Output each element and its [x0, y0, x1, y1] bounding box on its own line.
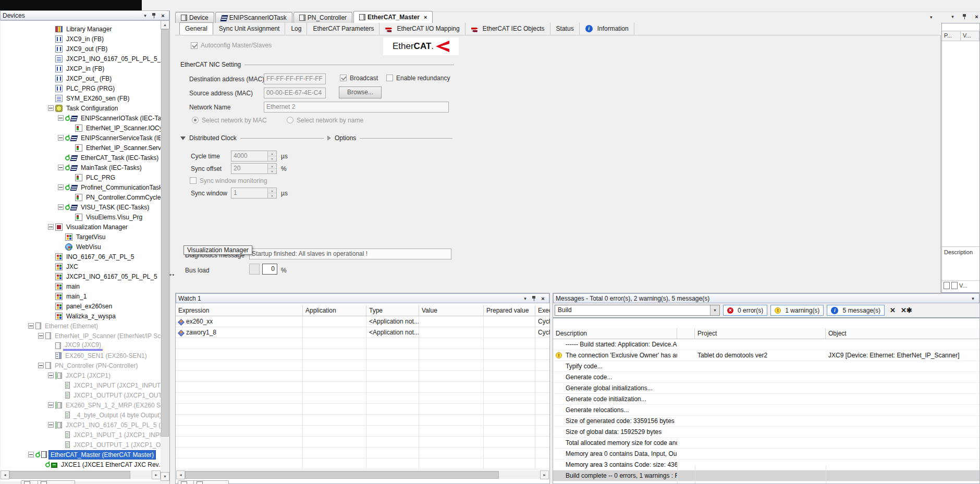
tree-item[interactable]: Walizka_z_wyspa: [48, 311, 117, 321]
watch-column-header[interactable]: Type: [366, 305, 419, 316]
tree-expander-icon[interactable]: [48, 422, 54, 428]
tree-item[interactable]: JXCP1_INO_6167_05_PL_PL_5_sym_ste: [48, 54, 161, 64]
bottom-tab-label[interactable]: V...: [959, 282, 967, 289]
devices-dropdown-icon[interactable]: ▾: [141, 12, 149, 19]
panel-splitter[interactable]: [170, 10, 175, 484]
message-row[interactable]: Generate code...: [553, 372, 979, 383]
tree-item[interactable]: WebVisu: [58, 242, 103, 252]
tree-expander-icon[interactable]: [58, 115, 64, 121]
clear-messages-icon[interactable]: ✕: [890, 306, 896, 314]
message-row[interactable]: Typify code...: [553, 361, 979, 372]
right-panel-pin-icon[interactable]: [961, 13, 969, 20]
doc-tab-ethercat_master[interactable]: EtherCAT_Master×: [353, 11, 433, 23]
tree-item[interactable]: PLC_PRG (PRG): [48, 83, 116, 93]
doc-icon[interactable]: [951, 282, 958, 289]
tree-item[interactable]: Task Configuration: [48, 103, 119, 113]
tree-expander-icon[interactable]: [58, 204, 64, 210]
tree-expander-icon[interactable]: [28, 323, 34, 329]
message-row[interactable]: ------ Build started: Application: Devic…: [553, 339, 979, 350]
watch-row[interactable]: [176, 437, 549, 448]
scroll-left-icon[interactable]: ◄: [1, 470, 9, 479]
message-row[interactable]: Generate global initializations...: [553, 383, 979, 394]
tree-item[interactable]: JXCP1_OUTPUT_1 (JXCP1_OUTPUT: [58, 440, 161, 450]
watch-view-tab-stub[interactable]: [193, 480, 229, 484]
tree-item[interactable]: ENIPScannerIOTask (IEC-Tasks): [58, 113, 161, 123]
tree-item[interactable]: JXC9 (JXC9): [48, 341, 103, 351]
watch-row[interactable]: ex260_xx<Application not...Cyclic: [176, 316, 549, 327]
messages-column-header[interactable]: Description: [553, 328, 677, 339]
tree-expander-icon[interactable]: [48, 402, 54, 408]
tree-item[interactable]: MainTask (IEC-Tasks): [58, 163, 143, 172]
tree-item[interactable]: JXC9_out (FB): [48, 44, 109, 54]
scroll-down-icon[interactable]: ▼: [161, 472, 169, 481]
tree-item[interactable]: JXCP1_INO_6167_05_PL_PL_5: [48, 271, 159, 281]
sync-window-monitoring-checkbox[interactable]: [190, 177, 197, 184]
tree-item[interactable]: INO_6167_06_AT_PL_5: [48, 252, 136, 262]
scroll-right-icon[interactable]: ►: [540, 470, 549, 479]
messages-column-header[interactable]: Object: [826, 328, 980, 339]
sub-tab-general[interactable]: General: [179, 22, 213, 35]
devices-close-icon[interactable]: ×: [159, 12, 167, 19]
tree-expander-icon[interactable]: [28, 452, 34, 457]
tab-close-icon[interactable]: ×: [424, 14, 427, 20]
watch-horizontal-scrollbar[interactable]: ◄ ►: [176, 470, 549, 479]
tree-item[interactable]: EtherNet_IP_Scanner.IOCycle: [68, 123, 161, 133]
distributed-clock-header[interactable]: Distributed Clock: [180, 134, 324, 142]
doc-tab-device[interactable]: Device: [175, 12, 214, 23]
sub-tab-ethercat-iec-objects[interactable]: EtherCAT IEC Objects: [466, 22, 550, 35]
tree-item[interactable]: JXCP_out_ (FB): [48, 73, 113, 83]
tree-item[interactable]: EtherCAT_Task (IEC-Tasks): [58, 153, 160, 163]
tree-item[interactable]: PN_Controller.CommCycle: [68, 192, 161, 202]
watch-row[interactable]: [176, 338, 549, 349]
tree-expander-icon[interactable]: [48, 224, 54, 230]
doc-tab-pn_controller[interactable]: PN_Controller: [293, 12, 352, 23]
combo-dropdown-icon[interactable]: ▼: [710, 305, 719, 315]
scroll-thumb[interactable]: [161, 29, 169, 437]
sub-tab-status[interactable]: Status: [550, 22, 580, 35]
clear-all-messages-icon[interactable]: ✕✱: [901, 306, 912, 314]
message-row[interactable]: Size of generated code: 3359156 bytes: [553, 416, 979, 427]
tree-item[interactable]: _4_byte_Output (4 byte Output): [58, 410, 161, 420]
scroll-thumb[interactable]: [185, 471, 499, 479]
message-row[interactable]: Size of global data: 1592529 bytes: [553, 427, 979, 438]
watch-row[interactable]: [176, 382, 549, 393]
options-header[interactable]: Options: [327, 134, 452, 142]
tree-expander-icon[interactable]: [48, 105, 54, 111]
doc-icon[interactable]: [944, 282, 950, 289]
watch-row[interactable]: [176, 448, 549, 458]
tree-item[interactable]: JXC9_in (FB): [48, 34, 105, 44]
watch-row[interactable]: [176, 371, 549, 382]
tree-expander-icon[interactable]: [58, 165, 64, 170]
tree-expander-icon[interactable]: [48, 373, 54, 378]
select-by-name-radio[interactable]: [287, 117, 293, 123]
message-row[interactable]: Generate relocations...: [553, 405, 979, 416]
sub-tab-ethercat-i-o-mapping[interactable]: EtherCAT I/O Mapping: [379, 22, 465, 35]
param-column-header[interactable]: P...: [942, 31, 961, 41]
message-row[interactable]: The connection 'Exclusive Owner' has an …: [553, 350, 979, 361]
tree-item[interactable]: EX260_SPN_1_2_MRP (EX260 SPN 1/2 M: [48, 400, 161, 410]
tree-item[interactable]: JXCE1 (JXCE1 EtherCAT JXC Rev.1.1): [38, 460, 161, 469]
messages-dropdown-icon[interactable]: ▾: [969, 295, 977, 302]
watch-column-header[interactable]: Application: [303, 305, 366, 316]
autoconfig-checkbox[interactable]: [191, 42, 198, 49]
tree-item[interactable]: VisuElems.Visu_Prg: [68, 212, 144, 222]
tree-item[interactable]: JXCP1_INPUT_1 (JXCP1_INPUT): [58, 430, 161, 440]
message-row[interactable]: Memory area 3 contains Code: size: 436..…: [553, 460, 979, 470]
watch-row[interactable]: [176, 349, 549, 360]
watch-row[interactable]: [176, 426, 549, 437]
message-row[interactable]: Build complete -- 0 errors, 1 warnings :…: [553, 470, 979, 481]
right-panel-dropdown-icon[interactable]: ▾: [949, 13, 957, 20]
browse-button[interactable]: Browse...: [339, 86, 382, 98]
tree-item[interactable]: Visualization Manager: [48, 222, 129, 232]
tree-item[interactable]: Profinet_CommunicationTask (IE: [58, 182, 161, 192]
tree-item[interactable]: PLC_PRG: [68, 172, 117, 182]
tree-expander-icon[interactable]: [58, 184, 64, 190]
tab-list-dropdown-icon[interactable]: ▾: [930, 15, 933, 20]
cycle-time-spinner[interactable]: 4000 ▲▼: [231, 151, 277, 162]
enable-redundancy-checkbox[interactable]: [386, 75, 393, 81]
scroll-right-icon[interactable]: ►: [152, 470, 161, 479]
watch-dropdown-icon[interactable]: ▾: [521, 295, 529, 302]
sub-tab-ethercat-parameters[interactable]: EtherCAT Parameters: [307, 22, 379, 35]
tree-expander-icon[interactable]: [58, 135, 64, 141]
messages-column-header[interactable]: Project: [695, 328, 826, 339]
